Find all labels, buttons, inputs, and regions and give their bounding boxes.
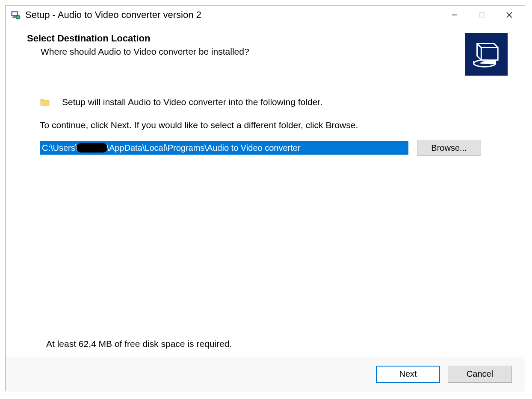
path-prefix: C:\Users\ <box>42 143 77 153</box>
setup-wizard-window: Setup - Audio to Video converter version… <box>5 5 525 391</box>
disk-space-requirement: At least 62,4 MB of free disk space is r… <box>46 339 232 349</box>
wizard-content: Select Destination Location Where should… <box>6 24 525 357</box>
svg-rect-6 <box>480 13 484 17</box>
window-title: Setup - Audio to Video converter version… <box>25 9 441 21</box>
svg-rect-1 <box>12 12 17 15</box>
install-disk-icon <box>465 33 508 76</box>
titlebar: Setup - Audio to Video converter version… <box>6 6 525 24</box>
window-controls <box>441 6 523 23</box>
folder-icon <box>40 97 50 107</box>
page-subheading: Where should Audio to Video converter be… <box>41 47 465 57</box>
install-description: Setup will install Audio to Video conver… <box>62 97 322 107</box>
path-suffix: \AppData\Local\Programs\Audio to Video c… <box>106 143 300 153</box>
cancel-button[interactable]: Cancel <box>448 366 512 383</box>
continue-instruction: To continue, click Next. If you would li… <box>40 120 508 130</box>
wizard-footer: Next Cancel <box>6 357 525 391</box>
destination-path-input[interactable]: C:\Users\\AppData\Local\Programs\Audio t… <box>40 141 408 155</box>
header-text-block: Select Destination Location Where should… <box>27 33 465 57</box>
install-info-row: Setup will install Audio to Video conver… <box>40 97 508 107</box>
svg-rect-2 <box>13 16 16 17</box>
close-button[interactable] <box>496 6 523 23</box>
redacted-username <box>77 143 107 153</box>
maximize-button <box>468 6 496 23</box>
minimize-button[interactable] <box>441 6 468 23</box>
content-header: Select Destination Location Where should… <box>27 33 508 76</box>
browse-button[interactable]: Browse... <box>417 140 481 156</box>
next-button[interactable]: Next <box>376 366 440 383</box>
destination-path-row: C:\Users\\AppData\Local\Programs\Audio t… <box>40 140 508 156</box>
page-heading: Select Destination Location <box>27 33 465 44</box>
installer-icon <box>11 10 21 20</box>
